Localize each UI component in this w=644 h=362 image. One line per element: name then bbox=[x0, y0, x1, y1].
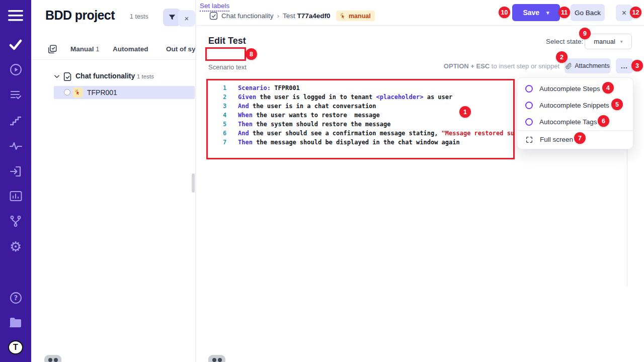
hamburger-menu-icon[interactable] bbox=[0, 6, 31, 26]
callout-2: 2 bbox=[556, 51, 568, 63]
attachments-button-label: Attachments bbox=[575, 62, 609, 69]
tree-group-count: 1 tests bbox=[137, 73, 154, 79]
branch-share-icon[interactable] bbox=[0, 211, 31, 231]
tab-out-of-sync[interactable]: Out of sy bbox=[166, 45, 196, 53]
settings-gear-icon[interactable]: ⚙ bbox=[0, 237, 31, 257]
fullscreen-icon bbox=[525, 136, 533, 144]
annotation-box-set-labels bbox=[205, 47, 246, 61]
project-panel: BDD project 1 tests × Manual1 Automated … bbox=[31, 0, 196, 362]
page-title: Edit Test bbox=[208, 36, 246, 46]
close-icon: × bbox=[622, 9, 626, 18]
shortcut-keys: OPTION + ESC bbox=[444, 62, 490, 70]
tests-check-icon[interactable] bbox=[0, 35, 31, 55]
tree-test-label: TFPR001 bbox=[87, 88, 117, 97]
plans-list-check-icon[interactable] bbox=[0, 84, 31, 105]
svg-text:?: ? bbox=[14, 294, 18, 302]
go-back-button[interactable]: Go Back bbox=[571, 4, 605, 21]
close-icon: × bbox=[185, 14, 189, 23]
import-login-icon[interactable] bbox=[0, 161, 31, 182]
radio-toggle-icon[interactable] bbox=[525, 102, 533, 109]
code-line: 6And the user should see a confirmation … bbox=[208, 129, 515, 138]
test-radio-circle[interactable] bbox=[64, 89, 70, 96]
header-divider bbox=[196, 25, 644, 26]
callout-4: 4 bbox=[602, 82, 614, 94]
paperclip-icon bbox=[566, 63, 572, 69]
callout-1: 1 bbox=[459, 106, 471, 118]
chevron-down-icon[interactable] bbox=[53, 73, 60, 82]
activity-pulse-icon[interactable] bbox=[0, 136, 31, 156]
callout-9: 9 bbox=[579, 28, 591, 39]
save-button[interactable]: Save ▾ bbox=[512, 4, 560, 21]
projects-folder-icon[interactable] bbox=[0, 312, 31, 332]
state-select[interactable]: manual ▾ bbox=[585, 34, 632, 49]
icon-rail: ⚙ ? T bbox=[0, 0, 31, 362]
tree-test-row[interactable]: TFPR001 bbox=[54, 86, 195, 99]
suite-document-icon bbox=[63, 72, 72, 83]
steps-stairs-icon[interactable] bbox=[0, 111, 31, 131]
callout-3: 3 bbox=[631, 60, 643, 71]
code-line: 5Then the system should restore the mess… bbox=[208, 120, 515, 129]
code-line: 7Then the message should be displayed in… bbox=[208, 138, 515, 147]
breadcrumb-folder[interactable]: Chat functionality bbox=[221, 12, 274, 20]
feedback-widget[interactable] bbox=[208, 355, 225, 362]
tree-group-row[interactable]: Chat functionality 1 tests bbox=[31, 70, 196, 83]
manual-cursor-icon bbox=[340, 13, 346, 19]
annotation-box-editor: 1Scenario: TFPR001 2Given the user is lo… bbox=[206, 79, 515, 159]
runs-play-icon[interactable] bbox=[0, 59, 31, 79]
select-state-label: Select state: bbox=[546, 38, 583, 45]
menu-divider bbox=[517, 130, 634, 131]
tab-manual[interactable]: Manual1 bbox=[70, 45, 99, 53]
breadcrumb-separator: › bbox=[277, 12, 280, 20]
ellipsis-icon: ... bbox=[621, 62, 628, 70]
tab-manual-count: 1 bbox=[96, 46, 100, 53]
breadcrumb-task-icon bbox=[209, 12, 218, 22]
app-root: ⚙ ? T BDD project 1 tests × Manual1 Auto… bbox=[0, 0, 644, 362]
caret-down-icon[interactable]: ▾ bbox=[546, 10, 549, 16]
reports-bar-chart-icon[interactable] bbox=[0, 186, 31, 206]
callout-7: 7 bbox=[574, 132, 586, 144]
code-line: 1Scenario: TFPR001 bbox=[208, 83, 515, 93]
tree-group-label[interactable]: Chat functionality bbox=[75, 72, 135, 80]
tabs-divider bbox=[31, 59, 196, 60]
callout-6: 6 bbox=[598, 115, 609, 127]
panel-divider-vertical bbox=[195, 0, 196, 362]
set-labels-link[interactable]: Set labels bbox=[200, 2, 229, 12]
caret-down-icon: ▾ bbox=[620, 39, 623, 44]
more-options-button[interactable]: ... bbox=[616, 58, 633, 73]
manual-cursor-icon bbox=[73, 87, 83, 98]
radio-toggle-icon[interactable] bbox=[525, 118, 533, 126]
manual-state-badge-label: manual bbox=[349, 13, 371, 20]
callout-11: 11 bbox=[558, 7, 570, 18]
multi-select-icon[interactable] bbox=[47, 44, 57, 56]
menu-item-autocomplete-steps[interactable]: Autocomplete Steps bbox=[517, 80, 634, 97]
attachments-button[interactable]: Attachments bbox=[565, 58, 611, 73]
breadcrumb-test-id: T77a4edf0 bbox=[297, 12, 331, 20]
project-title: BDD project bbox=[45, 8, 115, 23]
feedback-widget[interactable] bbox=[44, 355, 61, 362]
shortcut-hint: OPTION + ESC to insert step or snippet bbox=[196, 62, 559, 70]
funnel-icon bbox=[168, 14, 176, 22]
code-line: 2Given the user is logged in to tenant <… bbox=[208, 93, 515, 102]
manual-state-badge: manual bbox=[336, 11, 375, 21]
callout-10: 10 bbox=[499, 7, 510, 18]
panel-tabs: Manual1 Automated Out of sy bbox=[31, 40, 196, 59]
panel-scrollbar[interactable] bbox=[192, 173, 195, 193]
menu-item-autocomplete-tags[interactable]: Autocomplete Tags bbox=[517, 114, 634, 130]
state-select-value: manual bbox=[594, 38, 615, 45]
testomat-logo[interactable]: T bbox=[0, 337, 31, 357]
breadcrumb: Chat functionality›Test T77a4edf0 bbox=[221, 12, 331, 20]
panel-close-button[interactable]: × bbox=[178, 10, 195, 27]
main-area: Chat functionality›Test T77a4edf0 manual… bbox=[196, 0, 644, 362]
help-question-icon[interactable]: ? bbox=[0, 288, 31, 308]
callout-5: 5 bbox=[611, 99, 623, 110]
callout-8: 8 bbox=[246, 48, 257, 60]
tab-automated[interactable]: Automated bbox=[113, 45, 148, 53]
project-tests-count: 1 tests bbox=[130, 13, 148, 20]
radio-toggle-icon[interactable] bbox=[525, 85, 533, 93]
breadcrumb-test-prefix: Test bbox=[283, 12, 297, 20]
callout-12: 12 bbox=[630, 7, 641, 18]
